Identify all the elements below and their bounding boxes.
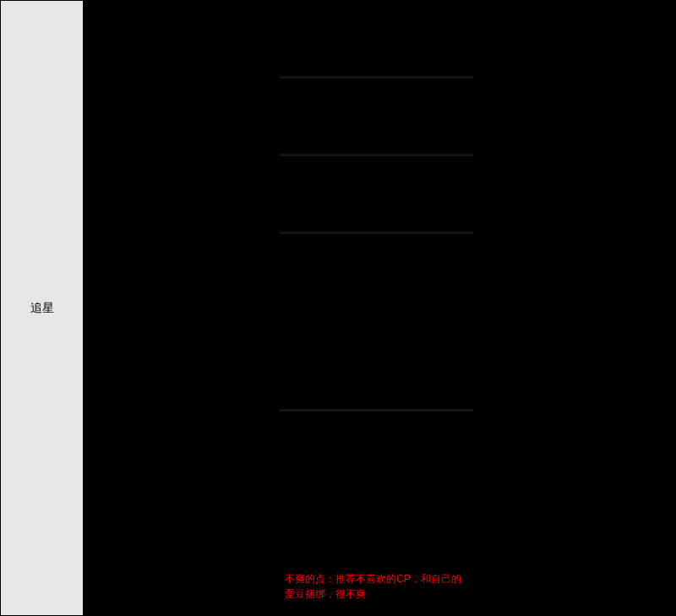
col2-row-1: 图，影，剧等娱乐内容搜索查看相关: [280, 1, 473, 79]
col2-row-3: [280, 156, 473, 234]
column-1: [85, 1, 280, 615]
column-3: [476, 1, 675, 615]
col2-row-2: [280, 79, 473, 156]
left-label: 追星: [30, 301, 54, 316]
column-2: 图，影，剧等娱乐内容搜索查看相关 不爽的点：推荐不喜欢的CP，和自己的爱豆捆绑，…: [280, 1, 476, 615]
table-outer: 追星 图，影，剧等娱乐内容搜索查看相关 不爽的点：推荐不喜欢的CP，和自己的爱豆…: [0, 0, 676, 616]
col2-row5-red-text: 不爽的点：推荐不喜欢的CP，和自己的爱豆捆绑，很不爽: [285, 571, 468, 602]
col2-row-4: [280, 234, 473, 412]
col2-row1-text: 图，影，剧等娱乐内容搜索查看相关: [285, 4, 468, 19]
left-label-column: 追星: [1, 1, 85, 615]
col2-row-5: 不爽的点：推荐不喜欢的CP，和自己的爱豆捆绑，很不爽: [280, 412, 473, 615]
